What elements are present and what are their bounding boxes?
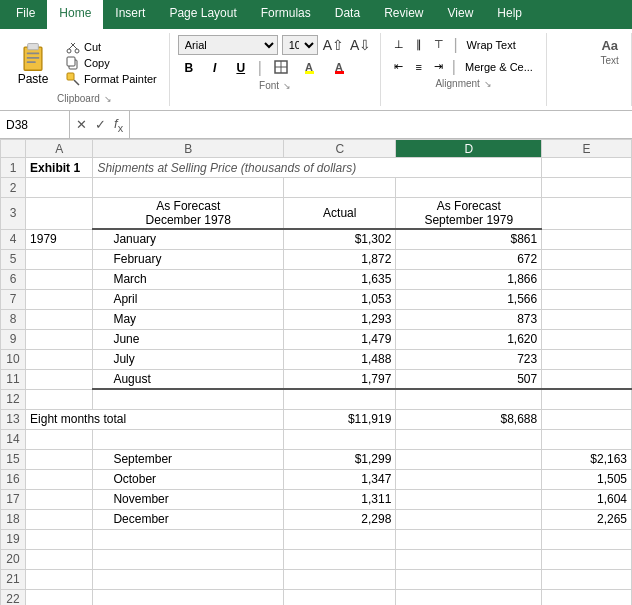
cell-C6[interactable]: 1,635 [284, 269, 396, 289]
cell-A21[interactable] [26, 569, 93, 589]
row-header-7[interactable]: 7 [1, 289, 26, 309]
insert-function-button[interactable]: fx [112, 116, 125, 134]
cell-A9[interactable] [26, 329, 93, 349]
cell-A17[interactable] [26, 489, 93, 509]
cell-A3[interactable] [26, 198, 93, 230]
cell-C10[interactable]: 1,488 [284, 349, 396, 369]
borders-button[interactable] [268, 58, 294, 78]
cell-C9[interactable]: 1,479 [284, 329, 396, 349]
row-header-22[interactable]: 22 [1, 589, 26, 605]
cell-B19[interactable] [93, 529, 284, 549]
cell-D13[interactable]: $8,688 [396, 409, 542, 429]
cell-A7[interactable] [26, 289, 93, 309]
cell-E22[interactable] [542, 589, 632, 605]
cell-B2[interactable] [93, 178, 284, 198]
tab-page-layout[interactable]: Page Layout [157, 0, 248, 29]
cell-A10[interactable] [26, 349, 93, 369]
cell-C13[interactable]: $11,919 [284, 409, 396, 429]
cell-B21[interactable] [93, 569, 284, 589]
row-header-17[interactable]: 17 [1, 489, 26, 509]
col-header-A[interactable]: A [26, 140, 93, 158]
clipboard-expand-icon[interactable]: ↘ [104, 94, 112, 104]
row-header-8[interactable]: 8 [1, 309, 26, 329]
cell-B8[interactable]: May [93, 309, 284, 329]
row-header-21[interactable]: 21 [1, 569, 26, 589]
format-painter-button[interactable]: Format Painter [62, 71, 161, 87]
cell-A5[interactable] [26, 249, 93, 269]
cell-E18[interactable]: 2,265 [542, 509, 632, 529]
cell-A13[interactable]: Eight months total [26, 409, 284, 429]
cell-C5[interactable]: 1,872 [284, 249, 396, 269]
cell-C3[interactable]: Actual [284, 198, 396, 230]
cell-E7[interactable] [542, 289, 632, 309]
cell-A20[interactable] [26, 549, 93, 569]
cell-D6[interactable]: 1,866 [396, 269, 542, 289]
cell-B17[interactable]: November [93, 489, 284, 509]
tab-insert[interactable]: Insert [103, 0, 157, 29]
cell-D19[interactable] [396, 529, 542, 549]
row-header-18[interactable]: 18 [1, 509, 26, 529]
confirm-formula-button[interactable]: ✓ [93, 117, 108, 132]
cell-C20[interactable] [284, 549, 396, 569]
cell-E3[interactable] [542, 198, 632, 230]
align-right-button[interactable]: ⇥ [429, 57, 448, 76]
cell-A11[interactable] [26, 369, 93, 389]
cell-A2[interactable] [26, 178, 93, 198]
row-header-19[interactable]: 19 [1, 529, 26, 549]
alignment-expand-icon[interactable]: ↘ [484, 79, 492, 89]
cell-D2[interactable] [396, 178, 542, 198]
cell-A1[interactable]: Exhibit 1 [26, 158, 93, 178]
wrap-text-button[interactable]: Wrap Text [462, 37, 521, 53]
cell-C11[interactable]: 1,797 [284, 369, 396, 389]
cell-D14[interactable] [396, 429, 542, 449]
cell-A6[interactable] [26, 269, 93, 289]
cell-A18[interactable] [26, 509, 93, 529]
cell-B1[interactable]: Shipments at Selling Price (thousands of… [93, 158, 542, 178]
cell-D5[interactable]: 672 [396, 249, 542, 269]
fill-color-button[interactable]: A [298, 58, 324, 78]
cell-E10[interactable] [542, 349, 632, 369]
cell-D3[interactable]: As ForecastSeptember 1979 [396, 198, 542, 230]
cell-reference-box[interactable]: D38 [0, 111, 70, 138]
cell-A14[interactable] [26, 429, 93, 449]
tab-file[interactable]: File [4, 0, 47, 29]
cell-D16[interactable] [396, 469, 542, 489]
cell-D22[interactable] [396, 589, 542, 605]
row-header-12[interactable]: 12 [1, 389, 26, 409]
col-header-B[interactable]: B [93, 140, 284, 158]
font-family-select[interactable]: Arial [178, 35, 278, 55]
cell-E21[interactable] [542, 569, 632, 589]
formula-input[interactable] [130, 111, 632, 138]
cell-C17[interactable]: 1,311 [284, 489, 396, 509]
row-header-9[interactable]: 9 [1, 329, 26, 349]
cell-C14[interactable] [284, 429, 396, 449]
row-header-1[interactable]: 1 [1, 158, 26, 178]
tab-review[interactable]: Review [372, 0, 435, 29]
font-size-increase-button[interactable]: A⇧ [322, 37, 345, 53]
row-header-5[interactable]: 5 [1, 249, 26, 269]
cell-C12[interactable] [284, 389, 396, 409]
cell-C16[interactable]: 1,347 [284, 469, 396, 489]
underline-button[interactable]: U [230, 58, 252, 78]
cell-C18[interactable]: 2,298 [284, 509, 396, 529]
tab-view[interactable]: View [436, 0, 486, 29]
cell-C21[interactable] [284, 569, 396, 589]
cell-B5[interactable]: February [93, 249, 284, 269]
col-header-C[interactable]: C [284, 140, 396, 158]
cell-A12[interactable] [26, 389, 93, 409]
row-header-2[interactable]: 2 [1, 178, 26, 198]
cell-D20[interactable] [396, 549, 542, 569]
row-header-3[interactable]: 3 [1, 198, 26, 230]
cell-E6[interactable] [542, 269, 632, 289]
cell-D18[interactable] [396, 509, 542, 529]
cell-B22[interactable] [93, 589, 284, 605]
font-size-decrease-button[interactable]: A⇩ [349, 37, 372, 53]
cut-button[interactable]: Cut [62, 39, 161, 55]
cell-D10[interactable]: 723 [396, 349, 542, 369]
row-header-20[interactable]: 20 [1, 549, 26, 569]
cell-E20[interactable] [542, 549, 632, 569]
cell-E5[interactable] [542, 249, 632, 269]
cell-B16[interactable]: October [93, 469, 284, 489]
cell-E4[interactable] [542, 229, 632, 249]
cell-D8[interactable]: 873 [396, 309, 542, 329]
